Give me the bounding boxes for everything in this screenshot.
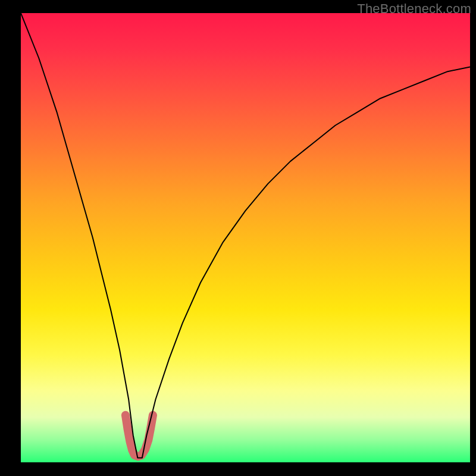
chart-frame: TheBottleneck.com <box>0 0 476 476</box>
bottleneck-curve <box>21 13 470 458</box>
curve-svg <box>21 13 470 462</box>
sweet-spot-u <box>126 415 153 456</box>
watermark-text: TheBottleneck.com <box>357 1 471 17</box>
plot-area <box>21 13 470 462</box>
